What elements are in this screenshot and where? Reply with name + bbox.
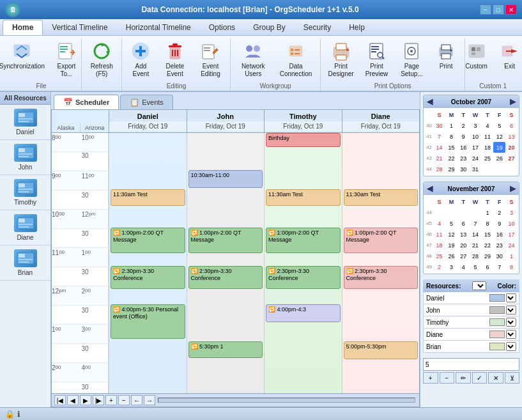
exit-button[interactable]: Exit (494, 38, 522, 73)
oct-4[interactable]: 4 (482, 120, 494, 131)
nav-right-button[interactable]: → (144, 395, 155, 405)
nov-17[interactable]: 17 (505, 229, 518, 240)
brian-color-select[interactable] (506, 342, 516, 351)
nav-prev-button[interactable]: ◀ (67, 395, 79, 405)
oct-30b[interactable]: 30 (457, 164, 470, 175)
nav-remove-button[interactable]: − (118, 395, 130, 405)
diane-event-3[interactable]: 🔁 2:30pm-3:30 Conference (344, 266, 418, 289)
nov-21[interactable]: 21 (470, 240, 482, 251)
nov-13[interactable]: 13 (457, 229, 470, 240)
resource-item-john[interactable]: John (0, 140, 50, 175)
oct-10[interactable]: 10 (470, 131, 482, 142)
rp-add-button[interactable]: + (423, 372, 438, 384)
oct-29[interactable]: 29 (445, 164, 457, 175)
oct-next-button[interactable]: ▶ (510, 97, 516, 106)
john-event-4[interactable]: 🔁 5:30pm 1 (188, 341, 263, 358)
diane-event-1[interactable]: 11:30am Test (344, 189, 418, 206)
nov-14[interactable]: 14 (470, 229, 482, 240)
oct-30[interactable]: 30 (433, 120, 445, 131)
nov-12[interactable]: 12 (445, 229, 457, 240)
resource-item-timothy[interactable]: Timothy (0, 175, 50, 210)
oct-17[interactable]: 17 (470, 142, 482, 153)
nov-9[interactable]: 9 (493, 218, 505, 229)
all-resources-header[interactable]: All Resources (0, 92, 50, 105)
timothy-event-1[interactable]: 11:30am Test (266, 189, 341, 206)
synchronization-button[interactable]: Synchronization (0, 38, 47, 73)
oct-16[interactable]: 16 (457, 142, 470, 153)
menu-tab-horizontal-timeline[interactable]: Horizontal Timeline (117, 20, 200, 35)
nov-29[interactable]: 29 (482, 251, 494, 261)
oct-18[interactable]: 18 (482, 142, 494, 153)
nov-4[interactable]: 4 (433, 218, 445, 229)
maximize-button[interactable]: □ (493, 4, 504, 15)
daniel-event-2[interactable]: 🔁 1:00pm-2:00 QT Message (111, 228, 185, 253)
nov-6[interactable]: 6 (457, 218, 470, 229)
oct-2[interactable]: 2 (457, 120, 470, 131)
nov-10[interactable]: 10 (505, 218, 518, 229)
oct-27[interactable]: 27 (505, 153, 518, 164)
john-event-3[interactable]: 🔁 2:30pm-3:30 Conference (188, 266, 263, 289)
oct-1[interactable]: 1 (445, 120, 457, 131)
timothy-event-2[interactable]: 🔁 1:00pm-2:00 QT Message (266, 228, 341, 253)
nov-8[interactable]: 8 (482, 218, 494, 229)
rp-x-button[interactable]: ✕ (488, 372, 503, 384)
nov-16[interactable]: 16 (493, 229, 505, 240)
data-connection-button[interactable]: Data Connection (274, 38, 318, 81)
scroll-bar[interactable] (158, 398, 415, 403)
menu-tab-security[interactable]: Security (295, 20, 340, 35)
tab-events[interactable]: 📋 Events (120, 95, 173, 109)
resource-item-daniel[interactable]: Daniel (0, 105, 50, 140)
oct-5[interactable]: 5 (493, 120, 505, 131)
menu-tab-home[interactable]: Home (3, 20, 43, 35)
rp-edit-button[interactable]: ✏ (456, 372, 471, 384)
nov-5[interactable]: 5 (445, 218, 457, 229)
nov-24[interactable]: 24 (505, 240, 518, 251)
nov-15[interactable]: 15 (482, 229, 494, 240)
john-color-select[interactable] (506, 306, 516, 315)
print-preview-button[interactable]: Print Preview (360, 38, 393, 81)
rp-filter-button[interactable]: ⊻ (505, 372, 520, 384)
menu-tab-help[interactable]: Help (340, 20, 374, 35)
nov-5b[interactable]: 5 (470, 261, 482, 272)
oct-19-today[interactable]: 19 (493, 142, 505, 153)
timothy-event-3[interactable]: 🔁 2:30pm-3:30 Conference (266, 266, 341, 289)
oct-9[interactable]: 9 (457, 131, 470, 142)
nov-prev-button[interactable]: ◀ (427, 184, 433, 193)
oct-15[interactable]: 15 (445, 142, 457, 153)
oct-25[interactable]: 25 (482, 153, 494, 164)
daniel-event-1[interactable]: 11:30am Test (111, 189, 185, 206)
nav-first-button[interactable]: |◀ (54, 395, 66, 405)
resources-dropdown[interactable] (472, 281, 486, 290)
nav-left-button[interactable]: ← (131, 395, 142, 405)
resource-item-brian[interactable]: Brian (0, 245, 50, 281)
nov-27[interactable]: 27 (457, 251, 470, 261)
nov-2[interactable]: 2 (493, 207, 505, 218)
oct-26[interactable]: 26 (493, 153, 505, 164)
number-input[interactable] (423, 358, 519, 371)
nov-22[interactable]: 22 (482, 240, 494, 251)
menu-tab-group-by[interactable]: Group By (244, 20, 295, 35)
nov-6b[interactable]: 6 (482, 261, 494, 272)
add-event-button[interactable]: Add Event (125, 38, 157, 81)
oct-12[interactable]: 12 (493, 131, 505, 142)
timothy-color-select[interactable] (506, 318, 516, 327)
nov-1b[interactable]: 1 (505, 251, 518, 261)
timothy-birthday[interactable]: Birthday (266, 133, 341, 147)
nov-7[interactable]: 7 (470, 218, 482, 229)
oct-7[interactable]: 7 (433, 131, 445, 142)
nov-7b[interactable]: 7 (493, 261, 505, 272)
oct-31[interactable]: 31 (470, 164, 482, 175)
oct-6[interactable]: 6 (505, 120, 518, 131)
nov-25[interactable]: 25 (433, 251, 445, 261)
nov-30[interactable]: 30 (493, 251, 505, 261)
export-button[interactable]: Export To... (48, 38, 85, 81)
oct-23[interactable]: 23 (457, 153, 470, 164)
nov-28[interactable]: 28 (470, 251, 482, 261)
nov-next-button[interactable]: ▶ (510, 184, 516, 193)
nov-8b[interactable]: 8 (505, 261, 518, 272)
nov-11[interactable]: 11 (433, 229, 445, 240)
oct-13[interactable]: 13 (505, 131, 518, 142)
nov-2b[interactable]: 2 (433, 261, 445, 272)
tab-scheduler[interactable]: 📅 Scheduler (54, 95, 119, 109)
nov-19[interactable]: 19 (445, 240, 457, 251)
